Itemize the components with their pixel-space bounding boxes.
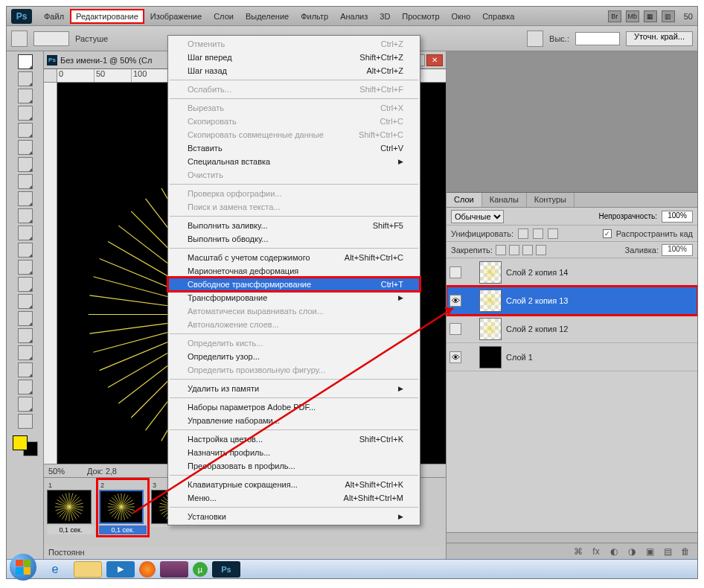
zoom-tool[interactable]: [18, 414, 33, 429]
history-brush-tool[interactable]: [18, 208, 33, 223]
taskbar-media-icon[interactable]: ▶: [106, 561, 135, 578]
minibridge-icon[interactable]: Mb: [626, 10, 639, 22]
3d-camera-tool[interactable]: [18, 380, 33, 394]
crop-tool[interactable]: [18, 123, 33, 138]
lasso-tool[interactable]: [18, 89, 33, 103]
visibility-toggle-icon[interactable]: [449, 266, 461, 278]
layer-name[interactable]: Слой 1: [506, 353, 694, 362]
layer-row[interactable]: Слой 2 копия 14: [447, 258, 697, 287]
taskbar-firefox-icon[interactable]: [139, 561, 156, 578]
arrange-icon[interactable]: ▥: [662, 10, 675, 22]
layer-mask-icon[interactable]: ◐: [608, 546, 620, 557]
menu-item-назначить-профиль-[interactable]: Назначить профиль...: [168, 446, 420, 459]
visibility-toggle-icon[interactable]: 👁: [449, 295, 461, 307]
visibility-toggle-icon[interactable]: 👁: [449, 351, 461, 363]
menu-анализ[interactable]: Анализ: [334, 9, 374, 24]
panel-tab-каналы[interactable]: Каналы: [482, 193, 527, 207]
layer-thumbnail[interactable]: [479, 261, 502, 284]
layer-style-icon[interactable]: fx: [590, 546, 602, 557]
menu-item-клавиатурные-сокращения-[interactable]: Клавиатурные сокращения...Alt+Shift+Ctrl…: [168, 478, 420, 491]
unify-position-icon[interactable]: [518, 229, 528, 239]
menu-item-вставить[interactable]: ВставитьCtrl+V: [168, 141, 420, 155]
unify-visibility-icon[interactable]: [533, 229, 543, 239]
layer-name[interactable]: Слой 2 копия 13: [506, 296, 694, 305]
visibility-toggle-icon[interactable]: [449, 323, 461, 335]
marquee-tool[interactable]: [18, 71, 33, 86]
bridge-icon[interactable]: Br: [608, 10, 621, 22]
collapsed-panel-group[interactable]: [447, 51, 697, 193]
layer-row[interactable]: 👁 Слой 2 копия 13: [447, 287, 697, 315]
layer-row[interactable]: Слой 2 копия 12: [447, 315, 697, 343]
hand-tool[interactable]: [18, 397, 33, 412]
foreground-color-swatch[interactable]: [13, 435, 28, 450]
menu-item-трансформирование[interactable]: Трансформирование▶: [168, 291, 420, 304]
brush-tool[interactable]: [18, 174, 33, 189]
menu-изображение[interactable]: Изображение: [144, 9, 208, 24]
panel-tab-слои[interactable]: Слои: [447, 193, 482, 207]
menu-item-преобразовать-в-профиль-[interactable]: Преобразовать в профиль...: [168, 459, 420, 473]
menu-слои[interactable]: Слои: [208, 9, 240, 24]
menu-выделение[interactable]: Выделение: [240, 9, 295, 24]
move-tool[interactable]: [18, 54, 33, 69]
refine-edge-button[interactable]: Уточн. край...: [626, 31, 693, 46]
lock-transparency-icon[interactable]: [496, 245, 506, 255]
healing-tool[interactable]: [18, 157, 33, 172]
style-icon[interactable]: [527, 31, 543, 47]
loop-label[interactable]: Постоянн: [48, 548, 85, 557]
menu-просмотр[interactable]: Просмотр: [396, 9, 445, 24]
taskbar-photoshop-icon[interactable]: Ps: [212, 561, 240, 578]
frame-thumbnail[interactable]: [47, 490, 92, 524]
menu-item-масштаб-с-учетом-содержимого[interactable]: Масштаб с учетом содержимогоAlt+Shift+Ct…: [168, 251, 420, 264]
unify-style-icon[interactable]: [548, 229, 558, 239]
taskbar-winrar-icon[interactable]: [160, 561, 188, 578]
layer-name[interactable]: Слой 2 копия 14: [506, 268, 694, 277]
layer-name[interactable]: Слой 2 копия 12: [506, 325, 694, 333]
taskbar-explorer-icon[interactable]: [74, 561, 102, 578]
frame-duration[interactable]: 0,1 сек.: [99, 525, 147, 534]
fill-input[interactable]: 100%: [662, 244, 693, 256]
layer-thumbnail[interactable]: [479, 346, 502, 368]
color-swatches[interactable]: [13, 435, 38, 456]
lock-position-icon[interactable]: [522, 245, 533, 255]
status-zoom[interactable]: 50%: [48, 467, 65, 476]
animation-frame[interactable]: 2 0,1 сек.: [99, 481, 147, 534]
adjustment-layer-icon[interactable]: ◑: [626, 546, 638, 557]
menu-окно[interactable]: Окно: [446, 9, 477, 24]
close-button[interactable]: ✕: [426, 54, 443, 66]
type-tool[interactable]: [18, 311, 33, 326]
shape-tool[interactable]: [18, 345, 33, 360]
opacity-input[interactable]: 100%: [662, 211, 693, 223]
layer-thumbnail[interactable]: [479, 290, 502, 312]
eraser-tool[interactable]: [18, 226, 33, 240]
menu-item-удалить-из-памяти[interactable]: Удалить из памяти▶: [168, 382, 420, 395]
menu-item-марионеточная-деформация[interactable]: Марионеточная деформация: [168, 264, 420, 278]
menu-item-шаг-назад[interactable]: Шаг назадAlt+Ctrl+Z: [168, 64, 420, 77]
menu-item-выполнить-обводку-[interactable]: Выполнить обводку...: [168, 232, 420, 246]
height-input[interactable]: [575, 32, 620, 45]
gradient-tool[interactable]: [18, 243, 33, 258]
menu-item-определить-узор-[interactable]: Определить узор...: [168, 350, 420, 363]
delete-layer-icon[interactable]: 🗑: [679, 546, 691, 557]
wand-tool[interactable]: [18, 106, 33, 121]
menu-фильтр[interactable]: Фильтр: [295, 9, 334, 24]
selection-mode-buttons[interactable]: [33, 31, 69, 46]
frame-thumbnail[interactable]: [99, 490, 144, 524]
pen-tool[interactable]: [18, 294, 33, 309]
blur-tool[interactable]: [18, 260, 33, 275]
menu-справка[interactable]: Справка: [476, 9, 520, 24]
3d-tool[interactable]: [18, 362, 33, 377]
taskbar-utorrent-icon[interactable]: µ: [193, 562, 208, 577]
panel-tab-контуры[interactable]: Контуры: [527, 193, 575, 207]
menu-item-установки[interactable]: Установки▶: [168, 510, 420, 523]
dodge-tool[interactable]: [18, 277, 33, 292]
eyedropper-tool[interactable]: [18, 140, 33, 155]
menu-item-наборы-параметров-adobe-pdf-[interactable]: Наборы параметров Adobe PDF...: [168, 400, 420, 414]
path-tool[interactable]: [18, 328, 33, 343]
new-layer-icon[interactable]: ▤: [662, 546, 673, 557]
tool-preset-icon[interactable]: [11, 31, 28, 47]
start-button[interactable]: [10, 554, 36, 581]
frame-duration[interactable]: 0,1 сек.: [47, 525, 95, 534]
menu-item-меню-[interactable]: Меню...Alt+Shift+Ctrl+M: [168, 491, 420, 505]
stamp-tool[interactable]: [18, 191, 33, 206]
layer-thumbnail[interactable]: [479, 318, 502, 340]
